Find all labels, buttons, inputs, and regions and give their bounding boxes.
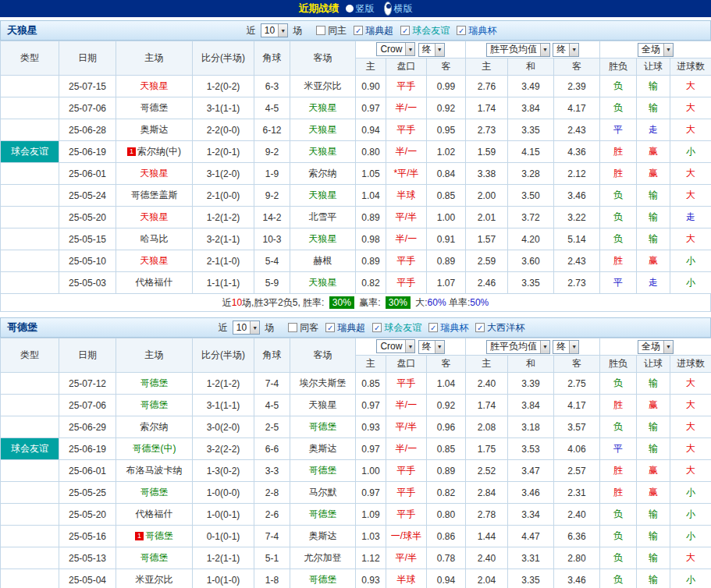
filter-checkbox[interactable]: ✓瑞典杯 xyxy=(457,24,496,37)
filter-checkbox[interactable]: ✓瑞典超 xyxy=(325,321,365,335)
checkbox-unchecked-icon[interactable] xyxy=(288,323,297,332)
away-team-cell[interactable]: 哥德堡 xyxy=(290,460,356,482)
bookmaker-select[interactable]: Crow▼ xyxy=(376,42,415,56)
home-team-cell[interactable]: 奥斯达 xyxy=(116,119,193,141)
home-team-cell[interactable]: 天狼星 xyxy=(116,207,193,228)
home-team-cell[interactable]: 1索尔纳(中) xyxy=(116,141,193,163)
home-team-cell[interactable]: 代格福什 xyxy=(116,272,193,294)
recent-count-select[interactable]: 10▼ xyxy=(261,23,288,37)
bookmaker-select[interactable]: Crow▼ xyxy=(376,339,415,353)
filter-checkbox[interactable]: ✓瑞典杯 xyxy=(428,321,468,335)
avg-away-cell: 2.43 xyxy=(554,119,600,141)
avg-select[interactable]: 胜平负均值▼ xyxy=(486,340,550,354)
away-team-cell[interactable]: 北雪平 xyxy=(290,207,356,228)
away-team-cell[interactable]: 索尔纳 xyxy=(290,163,356,185)
away-team-cell[interactable]: 天狼星 xyxy=(290,141,356,163)
away-team-cell[interactable]: 马尔默 xyxy=(290,482,356,504)
away-team-cell[interactable]: 奥斯达 xyxy=(290,526,356,547)
away-team-cell[interactable]: 奥斯达 xyxy=(290,438,356,460)
match-row: 瑞典超25-07-12哥德堡1-2(1-2)7-4埃尔夫斯堡0.85平手1.04… xyxy=(1,373,711,395)
away-team-cell[interactable]: 哥德堡 xyxy=(290,416,356,438)
corner-cell: 2-8 xyxy=(254,482,290,504)
radio-selected-icon[interactable] xyxy=(384,2,392,16)
checkbox-checked-icon[interactable]: ✓ xyxy=(457,26,466,35)
home-team-cell[interactable]: 哥德堡(中) xyxy=(116,438,193,460)
result-cell: 平 xyxy=(600,438,637,460)
corner-cell: 9-2 xyxy=(254,141,290,163)
home-team-cell[interactable]: 哥德堡 xyxy=(116,395,193,416)
col-type: 类型 xyxy=(1,338,59,373)
home-team-cell[interactable]: 1哥德堡 xyxy=(116,526,193,547)
away-team-cell[interactable]: 天狼星 xyxy=(290,395,356,416)
checkbox-checked-icon[interactable]: ✓ xyxy=(428,323,438,332)
scope-select[interactable]: 全场▼ xyxy=(638,340,674,354)
filter-checkbox[interactable]: 同主 xyxy=(316,24,347,37)
home-team-cell[interactable]: 米亚尔比 xyxy=(116,569,193,588)
filter-checkbox[interactable]: ✓球会友谊 xyxy=(400,24,450,37)
handicap-cell: 平手 xyxy=(386,460,427,482)
odds-home-cell: 0.82 xyxy=(356,272,386,294)
corner-cell: 1-9 xyxy=(254,163,290,185)
odds-time-select[interactable]: 终▼ xyxy=(418,340,445,354)
away-team-cell[interactable]: 哥德堡 xyxy=(290,504,356,526)
radio-icon[interactable] xyxy=(346,5,354,12)
filter-checkbox[interactable]: ✓大西洋杯 xyxy=(475,321,524,335)
away-team-cell[interactable]: 哥德堡 xyxy=(290,569,356,588)
home-team-cell[interactable]: 索尔纳 xyxy=(116,416,193,438)
avg-away-cell: 4.06 xyxy=(554,438,600,460)
home-team-cell[interactable]: 哈马比 xyxy=(116,228,193,250)
away-team-cell[interactable]: 天狼星 xyxy=(290,119,356,141)
avg-draw-cell: 3.35 xyxy=(508,272,554,294)
avg-time-select[interactable]: 终▼ xyxy=(553,340,579,354)
home-team-cell[interactable]: 天狼星 xyxy=(116,163,193,185)
summary-text: 单率: xyxy=(446,297,471,308)
home-team-cell[interactable]: 布洛马波卡纳 xyxy=(116,460,193,482)
away-team-cell[interactable]: 天狼星 xyxy=(290,185,356,207)
away-team-cell[interactable]: 天狼星 xyxy=(290,97,356,119)
checkbox-checked-icon[interactable]: ✓ xyxy=(400,26,410,35)
away-team-cell[interactable]: 天狼星 xyxy=(290,272,356,294)
avg-select[interactable]: 胜平负均值▼ xyxy=(486,43,550,57)
filter-checkbox[interactable]: ✓球会友谊 xyxy=(372,321,421,335)
home-team-cell[interactable]: 天狼星 xyxy=(116,250,193,272)
col-home: 主场 xyxy=(116,41,193,76)
checkbox-checked-icon[interactable]: ✓ xyxy=(475,323,485,332)
home-team-cell[interactable]: 哥德堡 xyxy=(116,373,193,395)
filter-checkbox[interactable]: ✓瑞典超 xyxy=(354,24,393,37)
away-team-cell[interactable]: 天狼星 xyxy=(290,228,356,250)
away-team-cell[interactable]: 米亚尔比 xyxy=(290,76,356,97)
checkbox-checked-icon[interactable]: ✓ xyxy=(354,26,363,35)
handicap-cell: 半球 xyxy=(386,185,427,207)
recent-count-select[interactable]: 10▼ xyxy=(233,321,260,335)
home-team-cell[interactable]: 哥德堡 xyxy=(116,547,193,569)
goals-result-cell: 大 xyxy=(670,460,711,482)
avg-away-cell: 4.17 xyxy=(554,97,600,119)
topbar: 近期战绩 竖版横版 xyxy=(0,0,711,17)
score-cell: 1-2(0-1) xyxy=(193,141,254,163)
odds-home-cell: 1.03 xyxy=(356,526,386,547)
filter-checkbox[interactable]: 同客 xyxy=(288,321,318,335)
odds-home-cell: 0.93 xyxy=(356,569,386,588)
home-team-cell[interactable]: 哥德堡 xyxy=(116,482,193,504)
odds-time-select[interactable]: 终▼ xyxy=(418,43,445,57)
layout-radio-option[interactable]: 竖版 xyxy=(346,2,375,16)
league-type-cell: 球会友谊 xyxy=(1,438,59,460)
home-team-cell[interactable]: 代格福什 xyxy=(116,504,193,526)
summary-text: 50% xyxy=(470,297,489,308)
near-label: 近 xyxy=(247,24,256,37)
layout-radio-option[interactable]: 横版 xyxy=(384,2,413,16)
match-row: 瑞典超25-05-161哥德堡0-1(0-1)7-4奥斯达1.03一/球半0.8… xyxy=(1,526,711,547)
checkbox-checked-icon[interactable]: ✓ xyxy=(372,323,382,332)
match-date-cell: 25-06-01 xyxy=(59,163,116,185)
away-team-cell[interactable]: 尤尔加登 xyxy=(290,547,356,569)
score-cell: 3-0(2-0) xyxy=(193,416,254,438)
avg-time-select[interactable]: 终▼ xyxy=(553,43,579,57)
checkbox-checked-icon[interactable]: ✓ xyxy=(325,323,335,332)
away-team-cell[interactable]: 赫根 xyxy=(290,250,356,272)
away-team-cell[interactable]: 埃尔夫斯堡 xyxy=(290,373,356,395)
scope-select[interactable]: 全场▼ xyxy=(638,43,674,57)
home-team-cell[interactable]: 哥德堡盖斯 xyxy=(116,185,193,207)
home-team-cell[interactable]: 天狼星 xyxy=(116,76,193,97)
checkbox-unchecked-icon[interactable] xyxy=(316,26,325,35)
home-team-cell[interactable]: 哥德堡 xyxy=(116,97,193,119)
